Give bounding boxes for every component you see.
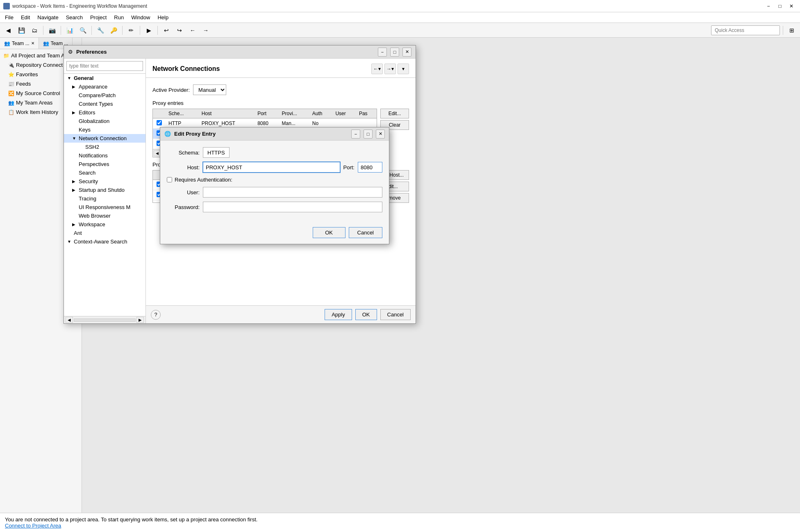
toolbar-forward[interactable]: ↪ (174, 25, 185, 36)
minimize-button[interactable]: − (763, 2, 774, 11)
menu-project[interactable]: Project (87, 13, 110, 22)
port-input[interactable] (358, 162, 382, 173)
pref-restore[interactable]: □ (390, 48, 399, 57)
toolbar: ◀ 💾 🗂 📷 📊 🔍 🔧 🔑 ✏ ▶ ↩ ↪ ← → ⊞ (0, 23, 800, 38)
pref-item-keys[interactable]: Keys (64, 125, 145, 134)
toolbar-nav-back[interactable]: ← (187, 25, 198, 36)
tree-scrollbar-area: ◀ ▶ (64, 316, 145, 323)
tree-scroll-right[interactable]: ▶ (136, 317, 144, 323)
menu-file[interactable]: File (2, 13, 17, 22)
quick-access-input[interactable] (711, 25, 780, 35)
nav-buttons: ←▾ →▾ ▾ (371, 64, 409, 74)
toolbar-btn3[interactable]: 📊 (64, 25, 75, 36)
edit-proxy-footer: OK Cancel (160, 223, 389, 244)
feeds-icon: 📰 (8, 81, 14, 87)
pref-item-editors[interactable]: ▶ Editors (64, 108, 145, 117)
toolbar-nav-forward[interactable]: → (200, 25, 211, 36)
edit-proxy-restore[interactable]: □ (364, 130, 373, 139)
pref-close[interactable]: ✕ (402, 48, 411, 57)
menu-search[interactable]: Search (63, 13, 86, 22)
nav-dropdown-btn[interactable]: ▾ (398, 64, 409, 74)
toolbar-btn5[interactable]: 🔧 (95, 25, 106, 36)
help-icon[interactable]: ? (151, 310, 161, 320)
active-provider-select[interactable]: Manual Direct Native (193, 84, 226, 95)
pref-minimize[interactable]: − (378, 48, 387, 57)
pref-item-network[interactable]: ▼ Network Connection (64, 134, 145, 143)
pref-globalization-label: Globalization (79, 118, 109, 124)
menu-run[interactable]: Run (111, 13, 127, 22)
pref-item-globalization[interactable]: Globalization (64, 117, 145, 125)
pref-item-search[interactable]: Search (64, 168, 145, 177)
apply-button[interactable]: Apply (325, 309, 352, 320)
toolbar-sep1 (43, 26, 43, 35)
edit-proxy-button[interactable]: Edit... (380, 109, 409, 118)
menu-window[interactable]: Window (128, 13, 153, 22)
host-label: Host: (167, 164, 200, 171)
tab-team1-close[interactable]: ✕ (31, 41, 34, 45)
pref-item-startup[interactable]: ▶ Startup and Shutdo (64, 186, 145, 194)
pref-item-ssh2[interactable]: SSH2 (64, 143, 145, 151)
toolbar-save-all[interactable]: 🗂 (29, 25, 40, 36)
toolbar-btn6[interactable]: 🔑 (108, 25, 119, 36)
nav-back-btn[interactable]: ←▾ (371, 64, 383, 74)
connect-link[interactable]: Connect to Project Area (5, 523, 61, 529)
toolbar-btn2[interactable]: 📷 (46, 25, 58, 36)
user-label: User: (167, 189, 200, 196)
menu-help[interactable]: Help (154, 13, 172, 22)
pref-search-label: Search (79, 170, 95, 176)
edit-proxy-close[interactable]: ✕ (376, 130, 385, 139)
pref-item-security[interactable]: ▶ Security (64, 177, 145, 186)
tree-scrollbar[interactable] (74, 318, 136, 322)
pref-filter-input[interactable] (66, 61, 143, 71)
pref-item-web-browser[interactable]: Web Browser (64, 211, 145, 220)
pref-item-tracing[interactable]: Tracing (64, 194, 145, 203)
toolbar-btn7[interactable]: ✏ (125, 25, 137, 36)
tree-scroll-left[interactable]: ◀ (66, 317, 73, 323)
close-button[interactable]: ✕ (786, 2, 797, 11)
requires-auth-checkbox[interactable] (167, 177, 172, 182)
toolbar-back2[interactable]: ↩ (161, 25, 172, 36)
pref-security-label: Security (79, 178, 98, 184)
cancel-button[interactable]: Cancel (380, 309, 411, 320)
toolbar-back[interactable]: ◀ (2, 25, 14, 36)
ok-button[interactable]: OK (355, 309, 377, 320)
pref-tree: ▼ General ▶ Appearance Compare/Patch Con… (64, 59, 146, 323)
pref-filter-area (64, 59, 145, 74)
pref-compare-label: Compare/Patch (79, 92, 116, 98)
menu-edit[interactable]: Edit (18, 13, 33, 22)
restore-button[interactable]: □ (775, 2, 785, 11)
nav-forward-btn[interactable]: →▾ (384, 64, 396, 74)
pref-item-ui-responsiveness[interactable]: UI Responsiveness M (64, 203, 145, 211)
toolbar-run[interactable]: ▶ (143, 25, 155, 36)
edit-proxy-ok[interactable]: OK (313, 227, 345, 238)
security-expand-icon: ▶ (72, 179, 77, 184)
host-input[interactable] (203, 162, 340, 173)
menu-navigate[interactable]: Navigate (34, 13, 61, 22)
pref-notifications-label: Notifications (79, 152, 108, 159)
edit-proxy-icon: 🌐 (164, 131, 171, 137)
edit-proxy-minimize[interactable]: − (351, 130, 360, 139)
tab-team1[interactable]: 👥 Team ... ✕ (0, 38, 39, 49)
pref-item-compare[interactable]: Compare/Patch (64, 91, 145, 100)
pref-item-perspectives[interactable]: Perspectives (64, 160, 145, 168)
user-input[interactable] (203, 187, 382, 198)
pref-perspectives-label: Perspectives (79, 161, 109, 167)
edit-proxy-cancel[interactable]: Cancel (349, 227, 382, 238)
pref-item-content-types[interactable]: Content Types (64, 100, 145, 108)
pref-item-workspace[interactable]: ▶ Workspace (64, 220, 145, 229)
repo-connect-icon: 🔌 (8, 62, 14, 68)
pref-title-text: Preferences (76, 49, 375, 55)
pref-item-ant[interactable]: Ant (64, 229, 145, 237)
toolbar-save[interactable]: 💾 (16, 25, 27, 36)
pref-item-notifications[interactable]: Notifications (64, 151, 145, 160)
pref-item-appearance[interactable]: ▶ Appearance (64, 82, 145, 91)
pref-item-general[interactable]: ▼ General (64, 74, 145, 82)
row1-check[interactable] (157, 120, 162, 125)
window-controls: − □ ✕ (763, 2, 797, 11)
toolbar-btn4[interactable]: 🔍 (77, 25, 89, 36)
pref-item-context-aware[interactable]: ▼ Context-Aware Search (64, 237, 145, 246)
source-control-icon: 🔀 (8, 91, 14, 96)
password-label: Password: (167, 204, 200, 210)
toolbar-view[interactable]: ⊞ (786, 25, 798, 36)
password-input[interactable] (203, 202, 382, 212)
